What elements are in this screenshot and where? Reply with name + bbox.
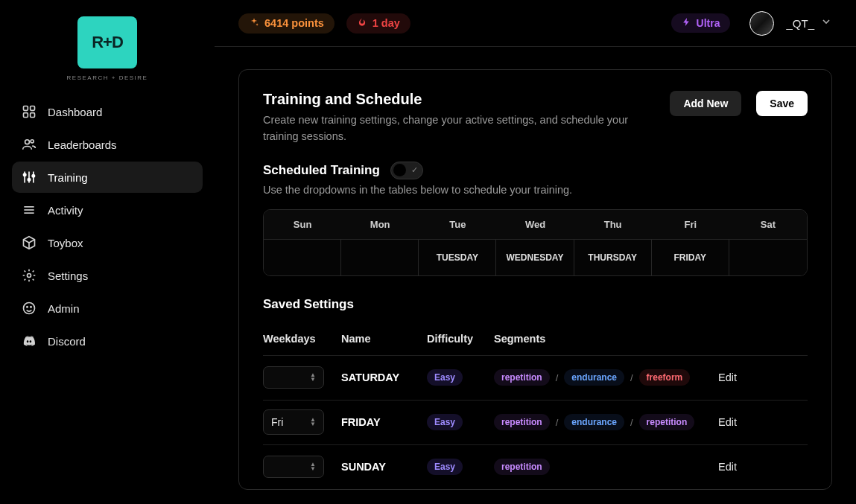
sidebar-item-label: Admin	[48, 302, 80, 315]
scheduled-desc: Use the dropdowns in the tables below to…	[263, 184, 808, 196]
day-cell-tue[interactable]: TUESDAY	[419, 240, 496, 275]
day-head-mon: Mon	[341, 210, 419, 239]
user-menu[interactable]: _QT_	[786, 16, 832, 31]
day-cell-mon[interactable]	[341, 240, 419, 275]
sidebar-item-label: Toybox	[48, 237, 83, 249]
sidebar-item-activity[interactable]: Activity	[12, 194, 203, 226]
username: _QT_	[786, 17, 814, 30]
users-icon	[21, 136, 37, 153]
week-table: Sun Mon Tue Wed Thu Fri Sat TUESDAY WEDN…	[263, 209, 808, 276]
sidebar-item-label: Leaderboards	[48, 138, 117, 151]
check-icon: ✓	[411, 165, 418, 175]
day-head-sat: Sat	[729, 210, 807, 239]
saved-section: Saved Settings Weekdays Name Difficulty …	[239, 297, 831, 489]
settings-header-row: Weekdays Name Difficulty Segments	[263, 325, 808, 355]
col-difficulty: Difficulty	[427, 333, 494, 345]
sidebar-item-settings[interactable]: Settings	[12, 260, 203, 291]
day-cell-sat[interactable]	[729, 240, 807, 275]
svg-point-17	[24, 303, 35, 314]
main-area: 6414 points 1 day Ultra _QT_ Training an…	[215, 0, 856, 504]
streak-value: 1 day	[372, 17, 400, 29]
sidebar-item-label: Settings	[48, 269, 88, 282]
day-head-thu: Thu	[574, 210, 652, 239]
sidebar-item-leaderboards[interactable]: Leaderboards	[12, 129, 203, 160]
ultra-pill[interactable]: Ultra	[671, 13, 731, 33]
sidebar-item-training[interactable]: Training	[12, 162, 203, 193]
sidebar-item-discord[interactable]: Discord	[12, 325, 203, 357]
sliders-icon	[21, 169, 37, 185]
segment-tag: freeform	[639, 369, 691, 386]
svg-point-9	[24, 173, 26, 176]
scheduled-title: Scheduled Training	[263, 163, 380, 178]
saved-title: Saved Settings	[263, 297, 808, 312]
points-pill[interactable]: 6414 points	[238, 13, 335, 34]
segment-separator: /	[556, 372, 559, 383]
svg-point-4	[25, 140, 30, 144]
day-head-wed: Wed	[496, 210, 574, 239]
discord-icon	[21, 333, 37, 349]
svg-point-5	[31, 140, 34, 143]
svg-point-11	[32, 175, 34, 177]
day-head-tue: Tue	[419, 210, 496, 239]
weekday-value: Fri	[271, 416, 283, 428]
segment-tag: repetition	[494, 414, 550, 430]
ultra-label: Ultra	[697, 17, 720, 29]
edit-link[interactable]: Edit	[718, 461, 763, 473]
avatar[interactable]	[749, 11, 774, 36]
topbar: 6414 points 1 day Ultra _QT_	[215, 0, 856, 47]
save-button[interactable]: Save	[756, 91, 808, 116]
chevron-down-icon	[820, 16, 832, 31]
sidebar-item-toybox[interactable]: Toybox	[12, 227, 203, 258]
segment-tag: repetition	[494, 459, 550, 475]
svg-rect-1	[31, 106, 35, 111]
day-cell-sun[interactable]	[264, 240, 341, 275]
grid-icon	[21, 103, 37, 120]
svg-rect-2	[24, 113, 28, 118]
content-scroll[interactable]: Training and Schedule Create new trainin…	[215, 47, 856, 504]
week-head-row: Sun Mon Tue Wed Thu Fri Sat	[264, 210, 807, 240]
add-new-button[interactable]: Add New	[670, 91, 741, 116]
scheduled-toggle[interactable]: ✓	[390, 162, 423, 179]
sidebar-item-admin[interactable]: Admin	[12, 293, 203, 324]
sparkle-icon	[249, 17, 259, 30]
select-chevrons-icon: ▲▼	[310, 462, 316, 471]
row-name: SUNDAY	[341, 461, 427, 473]
edit-link[interactable]: Edit	[718, 371, 763, 383]
day-cell-fri[interactable]: FRIDAY	[652, 240, 729, 275]
difficulty-tag: Easy	[427, 459, 463, 475]
weekday-select[interactable]: ▲▼	[263, 366, 324, 389]
brand-logo[interactable]: RESEARCH + DESIRE	[12, 16, 203, 81]
segment-separator: /	[556, 417, 559, 428]
day-head-fri: Fri	[652, 210, 729, 239]
smile-icon	[21, 300, 37, 316]
svg-point-18	[27, 307, 28, 307]
weekday-select[interactable]: Fri ▲▼	[263, 409, 324, 435]
col-segments: Segments	[494, 333, 718, 345]
sidebar-item-label: Activity	[48, 204, 83, 217]
day-head-sun: Sun	[264, 210, 341, 239]
segments-list: repetition	[494, 459, 718, 475]
day-cell-thu[interactable]: THURSDAY	[574, 240, 652, 275]
weekday-select[interactable]: ▲▼	[263, 456, 324, 478]
sidebar-item-label: Training	[48, 171, 88, 184]
cube-icon	[21, 235, 37, 251]
day-cell-wed[interactable]: WEDNESDAY	[496, 240, 574, 275]
sidebar-item-label: Discord	[48, 335, 86, 348]
sidebar-item-dashboard[interactable]: Dashboard	[12, 96, 203, 127]
panel-header: Training and Schedule Create new trainin…	[239, 70, 831, 162]
difficulty-tag: Easy	[427, 369, 463, 386]
col-name: Name	[341, 333, 427, 345]
segments-list: repetition / endurance / repetition	[494, 414, 718, 430]
lightning-icon	[682, 17, 691, 29]
segment-separator: /	[630, 372, 633, 383]
edit-link[interactable]: Edit	[718, 416, 763, 428]
week-body-row: TUESDAY WEDNESDAY THURSDAY FRIDAY	[264, 240, 807, 275]
streak-pill[interactable]: 1 day	[346, 13, 410, 34]
points-value: 6414 points	[264, 17, 324, 29]
logo-icon	[77, 16, 137, 68]
segment-tag: repetition	[639, 414, 695, 430]
sidebar: RESEARCH + DESIRE Dashboard Leaderboards…	[0, 0, 215, 504]
main-nav: Dashboard Leaderboards Training Activity…	[12, 96, 203, 357]
select-chevrons-icon: ▲▼	[310, 418, 316, 427]
fire-icon	[357, 17, 367, 30]
